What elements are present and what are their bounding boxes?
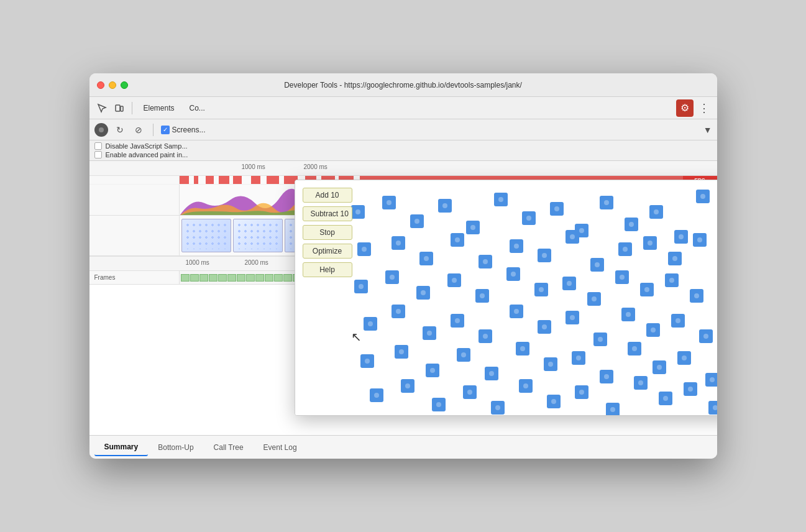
- dot: [457, 348, 470, 362]
- settings-icon[interactable]: ⚙: [676, 99, 694, 117]
- frame-cell[interactable]: [265, 274, 273, 282]
- frame-cell[interactable]: [255, 274, 264, 282]
- dot: [659, 392, 672, 405]
- frames-label: Frames: [89, 271, 180, 284]
- dot: [600, 370, 613, 383]
- popup-window: Add 10 Subtract 10 Stop Optimize Help ↖: [295, 180, 717, 416]
- dot: [575, 385, 588, 399]
- tab-call-tree[interactable]: Call Tree: [204, 439, 254, 456]
- frame-cell[interactable]: [190, 274, 199, 282]
- subtract-10-button[interactable]: Subtract 10: [303, 206, 352, 221]
- time-marker-2000: 2000 ms: [304, 163, 327, 170]
- dot: [392, 236, 405, 250]
- checkbox-disable-js[interactable]: [94, 142, 102, 150]
- frame-cell[interactable]: [246, 274, 255, 282]
- more-options-icon[interactable]: ⋮: [696, 101, 712, 115]
- tab-bottom-up[interactable]: Bottom-Up: [148, 439, 203, 456]
- dot: [423, 326, 436, 340]
- dot: [466, 221, 480, 234]
- bottom-time-1000: 1000 ms: [186, 259, 209, 266]
- dot: [479, 255, 492, 268]
- dot: [475, 289, 489, 303]
- tab-summary[interactable]: Summary: [94, 439, 149, 456]
- option-row-disable-js: Disable JavaScript Samp...: [94, 142, 712, 150]
- clear-button[interactable]: ⊘: [132, 123, 145, 137]
- dot: [693, 233, 707, 247]
- dot: [360, 354, 374, 368]
- checkbox-screenshots[interactable]: ✓: [161, 126, 170, 134]
- dot: [625, 218, 638, 231]
- chevron-down-icon[interactable]: ▼: [703, 125, 712, 135]
- checkbox-advanced-paint[interactable]: [94, 151, 102, 158]
- dot: [479, 329, 492, 343]
- dot: [438, 199, 452, 213]
- frame-cell[interactable]: [237, 274, 245, 282]
- frame-cell[interactable]: [218, 274, 227, 282]
- dot: [432, 398, 446, 411]
- screenshot-thumb-1[interactable]: [181, 219, 231, 252]
- dot: [354, 280, 368, 293]
- dot: [562, 277, 576, 290]
- help-button[interactable]: Help: [303, 262, 352, 277]
- dot: [590, 258, 604, 272]
- popup-buttons: Add 10 Subtract 10 Stop Optimize Help: [303, 188, 352, 277]
- bottom-time-2000: 2000 ms: [245, 259, 268, 266]
- close-button[interactable]: [97, 81, 104, 89]
- frame-cell[interactable]: [209, 274, 218, 282]
- dot: [463, 385, 477, 399]
- tab-elements[interactable]: Elements: [137, 101, 181, 115]
- disable-js-label: Disable JavaScript Samp...: [106, 142, 188, 150]
- frame-cell[interactable]: [274, 274, 283, 282]
- dot: [684, 382, 697, 396]
- device-toolbar-icon[interactable]: [112, 101, 127, 116]
- dot: [519, 379, 533, 393]
- devtools-options: Disable JavaScript Samp... Enable advanc…: [89, 140, 717, 161]
- dot: [621, 308, 635, 321]
- option-row-advanced-paint: Enable advanced paint in...: [94, 151, 712, 158]
- dot: [566, 311, 579, 324]
- devtools-window: Developer Tools - https://googlechrome.g…: [89, 73, 717, 459]
- dot: [544, 357, 557, 371]
- dot: [640, 283, 654, 296]
- screenshots-toggle[interactable]: ✓ Screens...: [161, 126, 206, 134]
- stop-button[interactable]: Stop: [303, 225, 352, 240]
- dot: [516, 342, 529, 355]
- traffic-lights: [97, 81, 128, 89]
- frame-cell[interactable]: [199, 274, 208, 282]
- reload-button[interactable]: ↻: [113, 123, 127, 137]
- time-marker-1000: 1000 ms: [242, 163, 265, 170]
- dot: [522, 211, 536, 225]
- dot: [615, 270, 629, 284]
- dots-area: [295, 180, 717, 415]
- screenshot-thumb-2[interactable]: [233, 219, 283, 252]
- dot: [587, 292, 601, 306]
- tab-console[interactable]: Co...: [183, 101, 211, 115]
- dot: [653, 360, 666, 374]
- optimize-button[interactable]: Optimize: [303, 244, 352, 259]
- devtools-toolbar2: ↻ ⊘ ✓ Screens... ▼: [89, 119, 717, 140]
- dot: [401, 379, 414, 393]
- dot: [593, 332, 607, 346]
- timeline-area: 1000 ms 2000 ms FPS: [89, 161, 717, 435]
- dot: [491, 401, 505, 415]
- dot: [566, 230, 579, 244]
- dot: [671, 314, 685, 328]
- titlebar: Developer Tools - https://googlechrome.g…: [89, 73, 717, 97]
- minimize-button[interactable]: [109, 81, 116, 89]
- frame-cell[interactable]: [181, 274, 190, 282]
- tab-event-log[interactable]: Event Log: [254, 439, 307, 456]
- dot: [690, 289, 703, 303]
- dot: [538, 320, 551, 334]
- dot: [699, 329, 713, 343]
- frame-cell[interactable]: [227, 274, 236, 282]
- record-button[interactable]: [94, 123, 108, 137]
- dot: [447, 273, 461, 287]
- maximize-button[interactable]: [121, 81, 128, 89]
- inspect-icon[interactable]: [94, 101, 109, 116]
- frame-cell[interactable]: [283, 274, 292, 282]
- screenshots-label: Screens...: [172, 126, 206, 134]
- dot: [538, 249, 551, 262]
- dot: [708, 401, 717, 415]
- advanced-paint-label: Enable advanced paint in...: [106, 151, 188, 158]
- add-10-button[interactable]: Add 10: [303, 188, 352, 203]
